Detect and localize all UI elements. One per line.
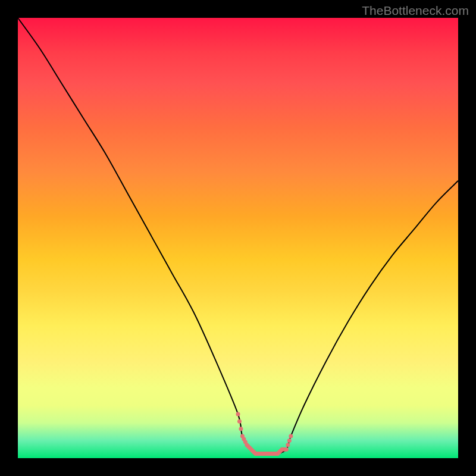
- svg-point-33: [284, 447, 289, 452]
- plot-area: [18, 18, 458, 458]
- svg-point-1: [237, 419, 242, 424]
- optimal-zone-marker: [236, 412, 293, 456]
- bottleneck-curve: [18, 18, 458, 454]
- svg-point-35: [287, 439, 292, 443]
- watermark-text: TheBottleneck.com: [362, 4, 469, 18]
- curve-layer: [18, 18, 458, 458]
- svg-point-36: [289, 434, 293, 439]
- svg-point-2: [239, 427, 243, 431]
- svg-point-0: [236, 412, 240, 416]
- svg-point-34: [286, 443, 290, 447]
- chart-container: TheBottleneck.com: [0, 0, 476, 476]
